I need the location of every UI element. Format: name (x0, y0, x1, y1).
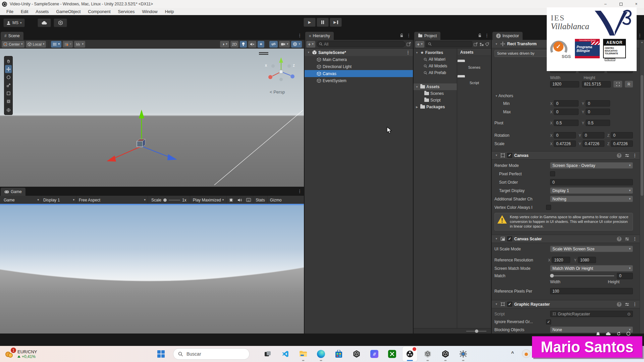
scene-options-icon[interactable]: ⋮ (406, 50, 410, 55)
display-dropdown[interactable]: Display 1▾ (41, 196, 77, 204)
settings-button[interactable] (456, 347, 471, 361)
scene-camera-button[interactable]: ▾ (279, 41, 290, 48)
tray-chevron-icon[interactable]: ^ (511, 351, 514, 356)
filter-by-type-icon[interactable] (479, 42, 484, 46)
presets-icon[interactable] (625, 154, 629, 158)
tree-all-prefabs[interactable]: All Prefab (414, 69, 457, 76)
scale-slider-track[interactable] (169, 200, 180, 200)
height-field[interactable]: 821.5715 (582, 81, 611, 87)
help-icon[interactable]: ? (617, 302, 622, 307)
scene-visibility-button[interactable] (269, 41, 278, 48)
pivot-y-field[interactable]: 0.5 (586, 120, 610, 126)
match-value-field[interactable]: 0 (617, 273, 633, 279)
ref-resolution-y-field[interactable]: 1080 (578, 257, 596, 263)
pivot-x-field[interactable]: 0.5 (554, 120, 578, 126)
game-audio-button[interactable] (235, 196, 244, 204)
snap-settings-button[interactable]: ▾ (74, 41, 85, 48)
help-icon[interactable]: ? (617, 153, 622, 158)
gizmos-toggle-button[interactable]: ▾ (291, 41, 302, 48)
inspector-scrollbar[interactable]: ▲ (640, 40, 644, 334)
width-field[interactable]: 1920 (550, 81, 579, 87)
component-menu-icon[interactable]: ⋮ (633, 302, 637, 306)
tab-inspector[interactable]: i Inspector (492, 32, 523, 40)
foldout-open-icon[interactable]: ▼ (415, 51, 419, 54)
perspective-label[interactable]: < Persp (270, 89, 285, 95)
assets-breadcrumb[interactable]: Assets (458, 49, 491, 56)
tray-app-icon[interactable] (522, 349, 531, 358)
audio-mute-button[interactable] (248, 41, 256, 48)
inspector-menu-icon[interactable]: ⋮ (638, 33, 642, 38)
version-control-button[interactable] (54, 18, 67, 27)
canvas-header[interactable]: ▼ ✓ Canvas ? ⋮ (492, 151, 640, 160)
anchor-presets-button[interactable] (613, 81, 622, 87)
tab-hierarchy[interactable]: ≡ Hierarchy (305, 32, 334, 40)
lock-icon[interactable] (400, 34, 404, 38)
filter-by-label-icon[interactable] (485, 42, 489, 46)
menu-edit[interactable]: Edit (17, 9, 32, 14)
edge-button[interactable] (314, 347, 328, 361)
menu-component[interactable]: Component (84, 9, 114, 14)
tree-favorites[interactable]: ▼ ★ Favorites (414, 49, 457, 56)
target-display-dropdown[interactable]: Display 1▾ (550, 187, 633, 194)
play-maximized-dropdown[interactable]: Play Maximized▾ (190, 196, 227, 204)
hierarchy-row-canvas[interactable]: Canvas (305, 70, 413, 77)
vertex-color-checkbox[interactable] (546, 205, 551, 210)
anchors-max-y-field[interactable]: 0 (586, 109, 610, 115)
microsoft-store-button[interactable] (331, 347, 346, 361)
screen-match-mode-dropdown[interactable]: Match Width Or Height▾ (550, 265, 633, 272)
hierarchy-menu-icon[interactable]: ⋮ (407, 33, 411, 38)
rotation-x-field[interactable]: 0 (554, 132, 576, 138)
open-search-window-icon[interactable] (407, 42, 411, 46)
unity-editor-button[interactable] (438, 347, 453, 361)
presets-icon[interactable] (625, 237, 629, 241)
scale-tool-button[interactable] (5, 81, 12, 89)
canvas-scaler-header[interactable]: ▼ ✓ Canvas Scaler ? ⋮ (492, 235, 640, 243)
play-button[interactable]: ▶ (304, 18, 316, 27)
anchors-min-y-field[interactable]: 0 (586, 100, 610, 107)
scale-slider-knob[interactable] (163, 198, 167, 202)
shading-mode-button[interactable]: ◑▾ (220, 41, 229, 48)
menu-file[interactable]: File (3, 9, 17, 14)
2d-toggle-button[interactable]: 2D (230, 41, 238, 48)
cloud-status-icon[interactable] (606, 332, 611, 336)
help-icon[interactable]: ? (617, 237, 622, 241)
component-menu-icon[interactable]: ⋮ (633, 153, 637, 158)
refresh-status-icon[interactable] (616, 331, 621, 336)
hand-tool-button[interactable] (5, 57, 12, 65)
minimize-button[interactable]: – (598, 0, 613, 8)
vscode-button[interactable] (278, 347, 293, 361)
match-slider-knob[interactable] (550, 274, 554, 278)
debug-button[interactable] (226, 196, 235, 204)
scene-viewport[interactable]: x z < Persp (0, 49, 304, 187)
foldout-open-icon[interactable]: ▼ (307, 51, 311, 54)
game-target-dropdown[interactable]: Game▾ (2, 196, 41, 204)
menu-help[interactable]: Help (161, 9, 178, 14)
tree-packages[interactable]: ▶ Packages (414, 104, 457, 110)
foldout-open-icon[interactable]: ▼ (494, 43, 498, 46)
scale-x-field[interactable]: 0.47226 (554, 140, 576, 147)
canvas-scaler-enabled-checkbox[interactable]: ✓ (507, 236, 512, 241)
unity-hub-gray-button[interactable] (420, 347, 435, 361)
hierarchy-row-directional-light[interactable]: Directional Light (305, 63, 413, 70)
file-explorer-button[interactable] (296, 347, 311, 361)
maximize-button[interactable] (613, 0, 629, 8)
step-button[interactable]: ▶ (330, 18, 342, 27)
scrollbar-thumb[interactable] (641, 75, 643, 196)
scale-z-field[interactable]: 0.47226 (611, 140, 633, 147)
unity-hub-dark-button[interactable] (349, 347, 364, 361)
thumbnail-zoom-slider[interactable] (466, 331, 486, 331)
tool-pivot-button[interactable]: Center▾ (2, 41, 24, 48)
move-tool-button[interactable] (5, 65, 12, 73)
rotation-z-field[interactable]: 0 (611, 132, 633, 138)
asset-tile-script[interactable]: Script (458, 69, 491, 85)
collab-bell-icon[interactable] (596, 332, 600, 336)
foldout-open-icon[interactable]: ▼ (415, 85, 419, 88)
game-menu-icon[interactable]: ⋮ (298, 189, 302, 193)
tree-scenes[interactable]: Scenes (414, 90, 457, 97)
widgets-button[interactable]: 1 EUR/CNY +0,41% (2, 347, 40, 361)
start-button[interactable] (154, 347, 168, 361)
graphic-raycaster-header[interactable]: ▼ ✓ Graphic Raycaster ? ⋮ (492, 300, 640, 308)
tab-scene[interactable]: # Scene (1, 32, 23, 40)
menu-services[interactable]: Services (114, 9, 139, 14)
reference-ppu-field[interactable]: 100 (550, 288, 633, 294)
